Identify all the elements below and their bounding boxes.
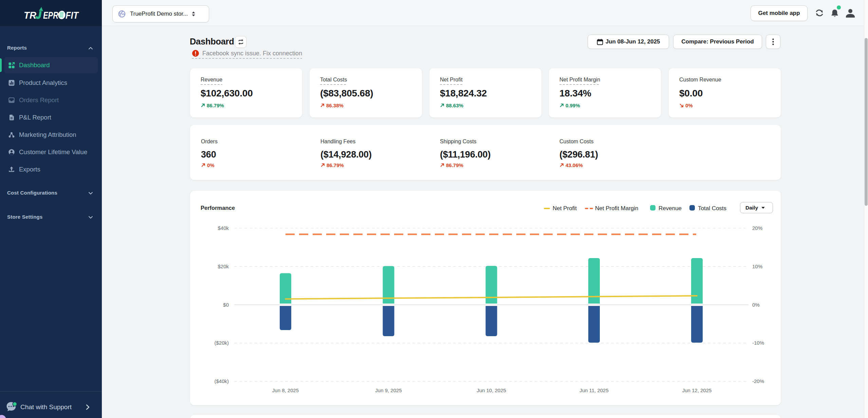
svg-text:Jun 11, 2025: Jun 11, 2025 [579,387,609,393]
svg-text:EPR: EPR [43,10,58,21]
svg-text:-20%: -20% [752,378,764,384]
svg-text:$20k: $20k [218,263,229,269]
svg-text:($40k): ($40k) [214,378,229,384]
svg-text:TR: TR [24,10,36,21]
svg-text:20%: 20% [752,225,762,231]
svg-text:Jun 8, 2025: Jun 8, 2025 [272,387,299,393]
svg-text:($20k): ($20k) [214,340,229,346]
svg-text:Jun 12, 2025: Jun 12, 2025 [682,387,712,393]
svg-text:Jun 9, 2025: Jun 9, 2025 [375,387,402,393]
svg-text:0%: 0% [752,302,760,308]
svg-text:10%: 10% [752,263,762,269]
svg-text:FIT: FIT [66,10,79,21]
svg-text:$40k: $40k [218,225,229,231]
svg-text:-10%: -10% [752,340,764,346]
svg-text:$0: $0 [223,302,229,308]
svg-text:Jun 10, 2025: Jun 10, 2025 [477,387,506,393]
